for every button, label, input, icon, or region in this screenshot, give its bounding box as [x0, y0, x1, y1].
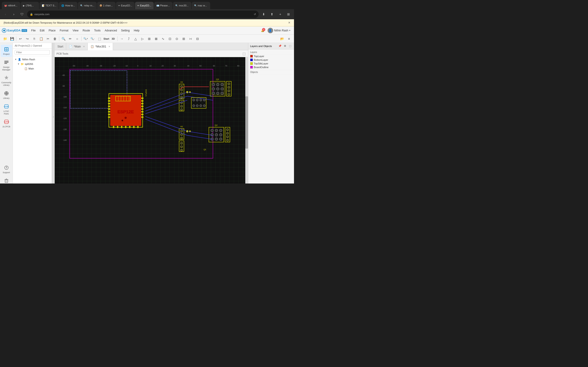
- vertical-scrollbar[interactable]: [245, 57, 248, 184]
- layer-top-copper[interactable]: TopLayer: [249, 54, 293, 58]
- tab-how-to[interactable]: 🌐 How to...: [59, 2, 78, 9]
- paste-button[interactable]: 📋: [38, 35, 44, 42]
- tab-moc301[interactable]: 📋 *Moc301 ×: [88, 43, 113, 50]
- back-button[interactable]: ‹: [2, 11, 9, 17]
- menu-file[interactable]: File: [29, 28, 37, 33]
- tab-1chan[interactable]: 📦 1 chan...: [97, 2, 115, 9]
- menu-setting[interactable]: Setting: [119, 28, 131, 33]
- route-btn-4[interactable]: ▷: [139, 35, 146, 42]
- layer-silk-top[interactable]: TopSilkLayer: [249, 62, 293, 65]
- route-btn-8[interactable]: ⊡: [167, 35, 173, 42]
- vertical-scroll-thumb[interactable]: [245, 96, 248, 149]
- tab-easyeda2[interactable]: ✏ EasyED...: [135, 2, 154, 9]
- zoom-out-button[interactable]: 🔍-: [89, 35, 96, 42]
- route-btn-12[interactable]: ⊟: [194, 35, 201, 42]
- address-bar[interactable]: 🔒 easyeda.com ↺: [27, 10, 259, 18]
- sidebar-item-jlcpcb[interactable]: JLCPCB JLCPCB: [1, 117, 12, 129]
- close-layers-button[interactable]: ⬚: [288, 44, 292, 48]
- route-btn-9[interactable]: ⊙: [174, 35, 180, 42]
- pin-layers-button[interactable]: 📌: [278, 44, 282, 48]
- menu-advanced[interactable]: Advanced: [103, 28, 119, 33]
- grid-view-button[interactable]: ⊞: [285, 11, 292, 17]
- tab-easyeda1[interactable]: ✏ EasyED...: [116, 2, 135, 9]
- tab-github[interactable]: 🐙 nithin4...: [2, 2, 20, 9]
- tab-main[interactable]: 📄 *Main ×: [66, 43, 88, 50]
- tree-project[interactable]: ▼ 📁 sp8266: [13, 62, 52, 66]
- menu-edit[interactable]: Edit: [38, 28, 46, 33]
- undo-button[interactable]: ↩: [17, 35, 24, 42]
- route-btn-11[interactable]: ∺: [187, 35, 194, 42]
- tab-youtube[interactable]: ▶ (784)...: [21, 2, 39, 9]
- svg-rect-42: [108, 106, 110, 107]
- tab-please[interactable]: 📧 Please...: [154, 2, 173, 9]
- sidebar-item-lcsc[interactable]: LCSC LCSC Parts: [1, 102, 12, 117]
- tab-start[interactable]: Start: [55, 43, 66, 50]
- sidebar-item-commonly-library[interactable]: Commonly Library: [1, 73, 12, 88]
- tab-main-close[interactable]: ×: [83, 45, 85, 48]
- folder-open-button[interactable]: 📂: [279, 35, 285, 42]
- route-btn-1[interactable]: →: [119, 35, 125, 42]
- svg-text:JLCPCB: JLCPCB: [4, 121, 9, 123]
- sidebar-item-recycle-bin[interactable]: Recycle Bin: [1, 176, 12, 184]
- notice-close-button[interactable]: ×: [288, 21, 290, 25]
- new-tab-button[interactable]: +: [277, 11, 284, 17]
- expand-pcb-tools-button[interactable]: ⬚: [242, 51, 246, 56]
- menu-help[interactable]: Help: [132, 28, 141, 33]
- 2d-button[interactable]: Start: [103, 35, 110, 42]
- settings-layers-button[interactable]: ⚙: [283, 44, 287, 48]
- search-button[interactable]: 🔍: [60, 35, 67, 42]
- zoom-in-button[interactable]: 🔍+: [82, 35, 89, 42]
- route-btn-6[interactable]: ⊠: [153, 35, 159, 42]
- svg-rect-5: [5, 50, 6, 51]
- folder-icon: 📁: [21, 62, 24, 66]
- notice-text[interactable]: [Notice]EasyEDA will be Down Temporary f…: [4, 21, 128, 24]
- download-button[interactable]: ⬇: [260, 11, 267, 17]
- fit-button[interactable]: ⬚: [96, 35, 103, 42]
- tab-relay[interactable]: 🔍 relay m...: [78, 2, 96, 9]
- route-btn-10[interactable]: ⊞: [181, 35, 187, 42]
- sidebar-item-support[interactable]: ? Support: [1, 163, 12, 175]
- svg-point-81: [216, 88, 219, 90]
- tree-file[interactable]: 📋 Main: [13, 66, 52, 71]
- layers-button[interactable]: ≡: [286, 35, 292, 42]
- layer-bottom-copper[interactable]: BottomLayer: [249, 58, 293, 62]
- menu-format[interactable]: Format: [58, 28, 70, 33]
- opened-label[interactable]: Opened: [33, 44, 42, 47]
- sidebar-item-library[interactable]: Library: [1, 89, 12, 101]
- redo-button[interactable]: ↪: [24, 35, 31, 42]
- save-button[interactable]: 💾: [9, 35, 15, 42]
- menu-tools[interactable]: Tools: [92, 28, 103, 33]
- notification-button[interactable]: 🔔 3: [260, 28, 265, 33]
- tab-mac[interactable]: 🔍 mac w...: [192, 2, 210, 9]
- sidebar-item-project[interactable]: Project: [1, 45, 12, 57]
- jlcpcb-icon: JLCPCB: [3, 119, 10, 125]
- all-projects-label[interactable]: All Projects(2): [15, 44, 30, 47]
- tab-moc30[interactable]: 🔍 moc30...: [173, 2, 191, 9]
- edit-button[interactable]: ✏: [67, 35, 73, 42]
- cut-button[interactable]: ✂: [45, 35, 51, 42]
- open-folder-button[interactable]: 📁: [2, 35, 8, 42]
- 3d-button[interactable]: 3D: [110, 35, 116, 42]
- tab-moc301-close[interactable]: ×: [108, 45, 110, 48]
- menu-place[interactable]: Place: [47, 28, 57, 33]
- delete-button[interactable]: 🗑: [52, 35, 58, 42]
- layer-board-outline[interactable]: BoardOutline: [249, 65, 293, 69]
- shield-button[interactable]: 🛡: [19, 11, 25, 17]
- svg-text:-140: -140: [63, 139, 67, 141]
- route-btn-2[interactable]: ⤴: [125, 35, 132, 42]
- copy-button[interactable]: ⎘: [31, 35, 37, 42]
- sidebar-item-design-manager[interactable]: Design Manager: [1, 58, 12, 73]
- menu-view[interactable]: View: [71, 28, 80, 33]
- share-button[interactable]: ⬆: [269, 11, 275, 17]
- filter-input[interactable]: [15, 50, 50, 55]
- route-btn-5[interactable]: ⊞: [146, 35, 153, 42]
- circle-button[interactable]: ○: [74, 35, 80, 42]
- library-icon: [3, 90, 10, 97]
- forward-button[interactable]: ›: [10, 11, 17, 17]
- route-btn-7[interactable]: ∿: [160, 35, 166, 42]
- panel-collapse-handle[interactable]: ‹: [52, 43, 55, 184]
- route-btn-3[interactable]: △: [132, 35, 139, 42]
- user-info[interactable]: 👤 Nithin Rash ▾: [266, 27, 292, 34]
- menu-route[interactable]: Route: [81, 28, 92, 33]
- tab-text[interactable]: 📝 TEXT S...: [40, 2, 59, 9]
